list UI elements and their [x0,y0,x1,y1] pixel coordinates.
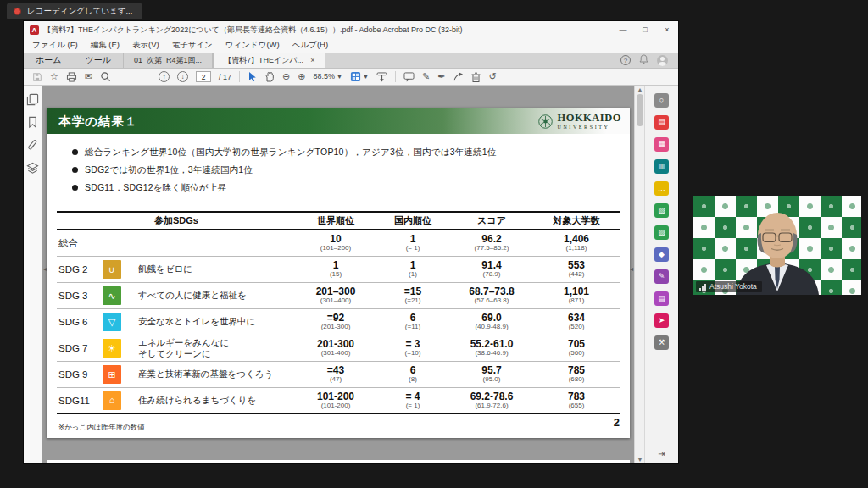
tool-panel-icon[interactable]: ▧ [654,203,669,218]
hand-tool-icon[interactable] [264,71,275,82]
tool-panel-glyph: ➤ [659,317,665,324]
header-sdgs: 参加SDGs [57,214,296,227]
domestic-rank-previous: (8) [376,376,450,384]
university-name-sub: UNIVERSITY [557,125,621,130]
account-avatar[interactable] [657,55,668,66]
sdg-icon-glyph: ▽ [108,318,115,327]
tool-panel-icon[interactable]: ▨ [654,225,669,240]
scroll-down-icon[interactable]: ▼ [635,457,645,463]
menu-item[interactable]: 表示(V) [132,40,159,51]
table-body: 総合 10 (101–200) [57,230,620,414]
print-icon[interactable] [66,72,77,82]
toolbar: ☆ ✉ ↑ ↓ 2 / 17 ⊖ ⊕ 88.5% ▼ ▼ [24,69,678,86]
maximize-button[interactable]: □ [634,21,656,38]
domestic-rank-previous: (= 1) [376,402,450,410]
tool-panel-icon[interactable]: ▤ [654,291,669,306]
tool-panel-icon[interactable]: ◆ [654,247,669,262]
pdf-viewport[interactable]: 本学の結果１ HOKKAIDO UNIVERSITY [42,86,634,463]
sign-icon[interactable]: ✒ [437,72,445,81]
score-previous: (38.6-46.9) [450,350,533,358]
tab-close-icon[interactable]: × [310,56,314,64]
close-button[interactable]: × [656,21,678,38]
select-tool-icon[interactable] [248,71,257,82]
tool-panel-icon[interactable]: ▦ [654,137,669,152]
help-icon[interactable]: ? [620,55,631,65]
comment-icon[interactable] [403,72,415,82]
zoom-level-value: 88.5% [314,73,336,80]
tab-document-active[interactable]: 【資料7】THEインパ... × [213,53,326,68]
sdg-label: SDG 2 [57,264,103,274]
zoom-in-icon[interactable]: ⊕ [298,72,305,81]
page-number-input[interactable]: 2 [196,71,211,82]
university-logo: HOKKAIDO UNIVERSITY [537,113,621,130]
sdg-description: 安全な水とトイレを世界中に [128,316,296,327]
tool-panel-glyph: ▦ [658,141,665,148]
pdf-page: 本学の結果１ HOKKAIDO UNIVERSITY [47,108,630,438]
domestic-rank-previous: (= 1) [376,245,450,252]
page-down-icon[interactable]: ↓ [177,71,188,82]
trash-icon[interactable] [471,72,481,82]
sdg-icon: ▽ [103,313,121,331]
collapse-right-panel-icon[interactable]: ◂ [630,265,633,273]
zoom-level-dropdown[interactable]: 88.5% ▼ [314,73,342,80]
expand-pane-icon[interactable]: ⇥ [658,449,665,458]
menu-item[interactable]: ウィンドウ(W) [225,40,280,51]
email-icon[interactable]: ✉ [85,72,92,81]
menu-item[interactable]: ヘルプ(H) [292,40,328,51]
score-previous: (57.6–63.8) [450,297,533,305]
window-title: 【資料7】THEインパクトランキング2022について（部局長等連絡会資料（4.6… [43,25,463,36]
minimize-button[interactable]: — [612,21,634,38]
menu-item[interactable]: ファイル (F) [32,40,78,51]
domestic-rank-previous: (=11) [376,324,450,331]
tool-panel-icon[interactable]: ▤ [654,115,669,130]
score-previous: (77.5–85.2) [450,245,533,252]
collapse-left-panel-icon[interactable]: ◂ [43,265,47,273]
zoom-out-icon[interactable]: ⊖ [282,72,290,81]
table-row: 総合 10 (101–200) [57,230,620,257]
layers-icon[interactable] [26,162,39,175]
header-world-rank: 世界順位 [296,214,376,227]
score-value: 69.2-78.6 [450,391,533,402]
menu-item[interactable]: 電子サイン [172,40,213,51]
speaker-portrait [693,196,861,295]
save-icon[interactable] [32,72,42,82]
table-row: SDG 6 ▽ 安全な水とトイレを世界中に =92 (201-300) [57,309,620,336]
undo-icon[interactable]: ↺ [488,72,496,81]
notifications-bell-icon[interactable] [639,53,648,68]
recording-dot-icon [14,8,21,15]
tool-panel-icon[interactable]: … [654,181,669,196]
university-emblem-icon [537,114,554,130]
tool-panel-icon[interactable]: ○ [654,93,669,108]
sdg-description: エネルギーをみんなに そしてクリーンに [128,337,296,359]
stamp-icon[interactable] [453,72,464,82]
favorites-star-icon[interactable]: ☆ [50,72,58,81]
tool-panel-icon[interactable]: ✎ [654,269,669,284]
tool-panel-icon[interactable]: ➤ [654,313,669,328]
highlight-icon[interactable]: ✎ [422,72,430,81]
attachments-icon[interactable] [26,139,39,152]
send-track-icon[interactable] [376,72,387,82]
tool-panel-icon[interactable]: ▥ [654,159,669,174]
page-up-icon[interactable]: ↑ [159,71,170,82]
slide-page-number: 2 [614,416,620,429]
tool-panel-glyph: ▨ [658,229,665,236]
webcam-video[interactable]: Atsushi Yokota [693,196,861,295]
tab-tools[interactable]: ツール [73,53,122,68]
page-display-dropdown[interactable]: ▼ [350,71,369,82]
tool-panel-icon[interactable]: ⚒ [654,336,669,350]
scrollbar-thumb[interactable] [637,94,643,126]
recording-banner[interactable]: レコーディングしています... [7,3,142,19]
sdg-description: 飢餓をゼロに [128,263,296,274]
header-score: スコア [450,214,533,227]
university-count-previous: (1,118) [533,245,620,252]
tab-document-inactive[interactable]: 01_次第_R4第1回... [123,53,213,68]
menu-item[interactable]: 編集 (E) [91,40,120,51]
scroll-up-icon[interactable]: ▲ [635,86,645,92]
page-thumbnails-icon[interactable] [26,93,39,106]
search-icon[interactable] [100,71,111,82]
bookmarks-icon[interactable] [26,116,39,129]
tab-home[interactable]: ホーム [24,53,73,68]
vertical-scrollbar[interactable]: ▲ ▼ [634,86,644,463]
sdg-icon [103,234,121,252]
bullet-dot-icon [72,167,78,173]
